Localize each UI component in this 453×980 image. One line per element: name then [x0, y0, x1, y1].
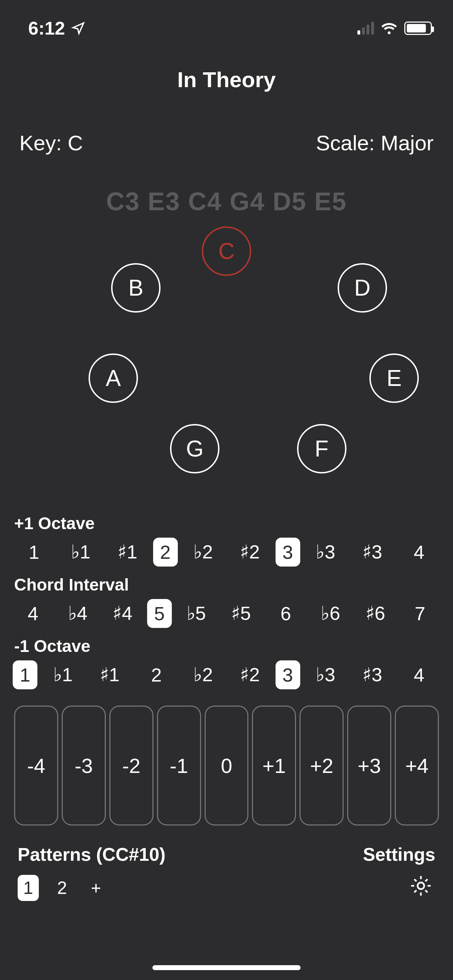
inversion-button[interactable]: 0: [205, 706, 249, 826]
pattern-button[interactable]: 1: [17, 875, 39, 901]
interval-cell[interactable]: ♯5: [219, 599, 264, 628]
note-readout: C3 E3 C4 G4 D5 E5: [0, 187, 453, 216]
inversion-button[interactable]: -4: [14, 706, 58, 826]
inversion-button[interactable]: +2: [300, 706, 343, 826]
bottom-row: Patterns (CC#10) 12+ Settings: [0, 844, 453, 901]
interval-cell[interactable]: ♭1: [57, 537, 105, 566]
inversion-button[interactable]: -1: [157, 706, 201, 826]
status-time: 6:12: [28, 18, 65, 39]
interval-row: 1♭1♯12♭2♯23♭3♯34: [0, 660, 453, 689]
status-bar: 6:12: [0, 0, 453, 42]
interval-cell[interactable]: 1: [11, 538, 57, 566]
pattern-add-button[interactable]: +: [85, 875, 106, 901]
settings-block: Settings: [363, 844, 436, 898]
gear-icon: [408, 873, 433, 898]
location-icon: [71, 21, 85, 35]
interval-cell[interactable]: ♭2: [180, 660, 227, 689]
interval-cell[interactable]: 5: [147, 599, 172, 628]
pattern-buttons: 12+: [17, 875, 165, 901]
interval-section-label: -1 Octave: [0, 636, 453, 656]
inversion-button[interactable]: -3: [62, 706, 106, 826]
interval-cell[interactable]: ♯3: [349, 660, 396, 689]
interval-cell[interactable]: 3: [275, 660, 300, 689]
scale-selector[interactable]: Scale: Major: [316, 131, 434, 155]
interval-cell[interactable]: 7: [397, 599, 442, 628]
interval-cell[interactable]: ♯3: [349, 537, 396, 566]
interval-section-label: Chord Interval: [0, 575, 453, 594]
inversion-button[interactable]: +3: [347, 706, 391, 826]
interval-cell[interactable]: ♯1: [104, 537, 151, 566]
scale-label-prefix: Scale:: [316, 131, 381, 155]
interval-cell[interactable]: 2: [153, 538, 178, 566]
interval-cell[interactable]: ♯2: [227, 660, 273, 689]
intervals-container: +1 Octave1♭1♯12♭2♯23♭3♯34Chord Interval4…: [0, 514, 453, 689]
home-indicator[interactable]: [153, 965, 300, 970]
interval-cell[interactable]: 6: [263, 599, 308, 628]
settings-button[interactable]: [363, 873, 436, 898]
note-circle-container: CDEFGAB: [0, 223, 453, 505]
interval-cell[interactable]: ♯1: [86, 660, 134, 689]
interval-cell[interactable]: 2: [133, 660, 180, 689]
note-circle-a[interactable]: A: [89, 353, 138, 403]
pattern-button[interactable]: 2: [51, 875, 73, 901]
interval-row: 1♭1♯12♭2♯23♭3♯34: [0, 537, 453, 566]
battery-icon: [404, 22, 432, 35]
app-title: In Theory: [0, 67, 453, 92]
note-circle-d[interactable]: D: [338, 263, 387, 313]
interval-cell[interactable]: 1: [13, 660, 37, 689]
note-circle-g[interactable]: G: [170, 424, 219, 473]
key-label-prefix: Key:: [19, 131, 68, 155]
inversion-row: -4-3-2-10+1+2+3+4: [0, 706, 453, 826]
patterns-label: Patterns (CC#10): [17, 844, 165, 865]
interval-cell[interactable]: ♯2: [227, 537, 273, 566]
interval-cell[interactable]: ♭3: [302, 660, 349, 689]
interval-row: 4♭4♯45♭5♯56♭6♯67: [0, 599, 453, 628]
interval-cell[interactable]: ♭2: [180, 537, 227, 566]
note-circle-f[interactable]: F: [297, 424, 347, 473]
patterns-block: Patterns (CC#10) 12+: [17, 844, 165, 901]
interval-cell[interactable]: 4: [11, 599, 56, 628]
interval-cell[interactable]: ♭4: [56, 599, 100, 628]
interval-cell[interactable]: ♭6: [308, 599, 353, 628]
interval-cell[interactable]: ♯4: [100, 599, 145, 628]
scale-value: Major: [381, 131, 434, 155]
status-left: 6:12: [28, 18, 85, 39]
interval-cell[interactable]: ♭1: [40, 660, 86, 689]
interval-cell[interactable]: 3: [275, 538, 300, 566]
note-circle-e[interactable]: E: [369, 353, 419, 403]
status-right: [358, 21, 432, 35]
key-value: C: [68, 131, 83, 155]
key-selector[interactable]: Key: C: [19, 131, 83, 155]
inversion-button[interactable]: +4: [395, 706, 439, 826]
interval-cell[interactable]: ♭5: [174, 599, 219, 628]
inversion-button[interactable]: +1: [252, 706, 296, 826]
interval-cell[interactable]: ♭3: [302, 537, 349, 566]
key-scale-row: Key: C Scale: Major: [0, 131, 453, 155]
interval-cell[interactable]: 4: [396, 538, 443, 566]
interval-cell[interactable]: 4: [396, 660, 443, 689]
note-circle-b[interactable]: B: [111, 263, 161, 313]
inversion-button[interactable]: -2: [110, 706, 153, 826]
interval-section-label: +1 Octave: [0, 514, 453, 533]
note-circle-c[interactable]: C: [202, 226, 251, 276]
interval-cell[interactable]: ♯6: [353, 599, 397, 628]
settings-label: Settings: [363, 844, 436, 865]
svg-point-0: [418, 883, 424, 889]
cellular-signal-icon: [358, 22, 374, 35]
wifi-icon: [380, 21, 398, 35]
